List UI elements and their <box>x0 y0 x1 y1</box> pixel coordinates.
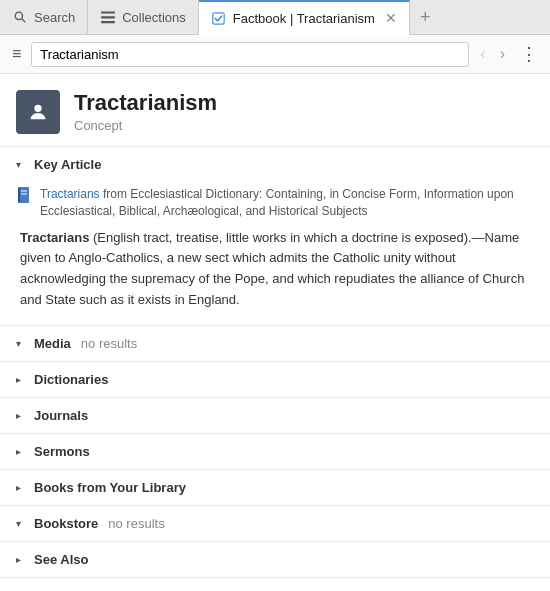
svg-line-1 <box>21 18 25 22</box>
section-books-library: ▸ Books from Your Library <box>0 470 550 506</box>
collections-icon <box>100 9 116 25</box>
section-media: ▾ Media no results <box>0 326 550 362</box>
key-article-title: Key Article <box>34 157 101 172</box>
journals-title: Journals <box>34 408 88 423</box>
section-media-header[interactable]: ▾ Media no results <box>0 326 550 361</box>
entity-info: Tractarianism Concept <box>74 90 217 133</box>
chevron-down-icon-bookstore: ▾ <box>16 518 28 529</box>
chevron-right-icon-see-also: ▸ <box>16 554 28 565</box>
section-bookstore: ▾ Bookstore no results <box>0 506 550 542</box>
bookstore-no-results: no results <box>108 516 164 531</box>
svg-rect-3 <box>101 16 115 18</box>
svg-rect-2 <box>101 11 115 13</box>
svg-point-6 <box>34 105 41 112</box>
tab-factbook[interactable]: Factbook | Tractarianism ✕ <box>199 0 410 35</box>
section-sermons: ▸ Sermons <box>0 434 550 470</box>
tab-bar: Search Collections Factbook | Tractarian… <box>0 0 550 35</box>
content-area: Tractarianism Concept ▾ Key Article Trac… <box>0 74 550 578</box>
tab-factbook-label: Factbook | Tractarianism <box>233 11 375 26</box>
media-no-results: no results <box>81 336 137 351</box>
section-bookstore-header[interactable]: ▾ Bookstore no results <box>0 506 550 541</box>
menu-icon[interactable]: ≡ <box>8 43 25 65</box>
address-input[interactable] <box>31 42 469 67</box>
tab-search[interactable]: Search <box>0 0 88 34</box>
tab-close-button[interactable]: ✕ <box>385 10 397 26</box>
books-library-title: Books from Your Library <box>34 480 186 495</box>
chevron-right-icon-journals: ▸ <box>16 410 28 421</box>
chevron-right-icon-sermons: ▸ <box>16 446 28 457</box>
back-button[interactable]: ‹ <box>475 43 490 65</box>
key-article-body: Tractarians from Ecclesiastical Dictiona… <box>0 182 550 325</box>
entity-title: Tractarianism <box>74 90 217 116</box>
nav-buttons: ‹ › <box>475 43 510 65</box>
section-see-also: ▸ See Also <box>0 542 550 578</box>
article-text: Tractarians (English tract, treatise, li… <box>16 228 534 311</box>
svg-point-0 <box>15 12 22 19</box>
article-source-text: from Ecclesiastical Dictionary: Containi… <box>40 187 514 218</box>
factbook-icon <box>211 10 227 26</box>
section-books-library-header[interactable]: ▸ Books from Your Library <box>0 470 550 505</box>
article-meta: Tractarians from Ecclesiastical Dictiona… <box>40 186 534 220</box>
address-bar: ≡ ‹ › ⋮ <box>0 35 550 74</box>
see-also-title: See Also <box>34 552 88 567</box>
sermons-title: Sermons <box>34 444 90 459</box>
section-journals: ▸ Journals <box>0 398 550 434</box>
media-title: Media <box>34 336 71 351</box>
entity-subtitle: Concept <box>74 118 217 133</box>
chevron-right-icon-dict: ▸ <box>16 374 28 385</box>
entity-icon <box>16 90 60 134</box>
entity-header: Tractarianism Concept <box>0 74 550 147</box>
bookstore-title: Bookstore <box>34 516 98 531</box>
chevron-down-icon-media: ▾ <box>16 338 28 349</box>
tab-search-label: Search <box>34 10 75 25</box>
forward-button[interactable]: › <box>495 43 510 65</box>
section-sermons-header[interactable]: ▸ Sermons <box>0 434 550 469</box>
section-key-article: ▾ Key Article Tractarians from Ecclesias… <box>0 147 550 326</box>
article-source: Tractarians from Ecclesiastical Dictiona… <box>16 186 534 220</box>
section-see-also-header[interactable]: ▸ See Also <box>0 542 550 577</box>
new-tab-button[interactable]: + <box>410 0 441 34</box>
chevron-down-icon: ▾ <box>16 159 28 170</box>
section-journals-header[interactable]: ▸ Journals <box>0 398 550 433</box>
tab-collections[interactable]: Collections <box>88 0 199 34</box>
section-key-article-header[interactable]: ▾ Key Article <box>0 147 550 182</box>
search-icon <box>12 9 28 25</box>
dictionaries-title: Dictionaries <box>34 372 108 387</box>
svg-rect-8 <box>18 188 20 202</box>
more-options-button[interactable]: ⋮ <box>516 41 542 67</box>
book-icon <box>16 187 32 205</box>
tab-collections-label: Collections <box>122 10 186 25</box>
chevron-right-icon-books: ▸ <box>16 482 28 493</box>
svg-rect-4 <box>101 21 115 23</box>
article-link[interactable]: Tractarians <box>40 187 100 201</box>
section-dictionaries-header[interactable]: ▸ Dictionaries <box>0 362 550 397</box>
section-dictionaries: ▸ Dictionaries <box>0 362 550 398</box>
